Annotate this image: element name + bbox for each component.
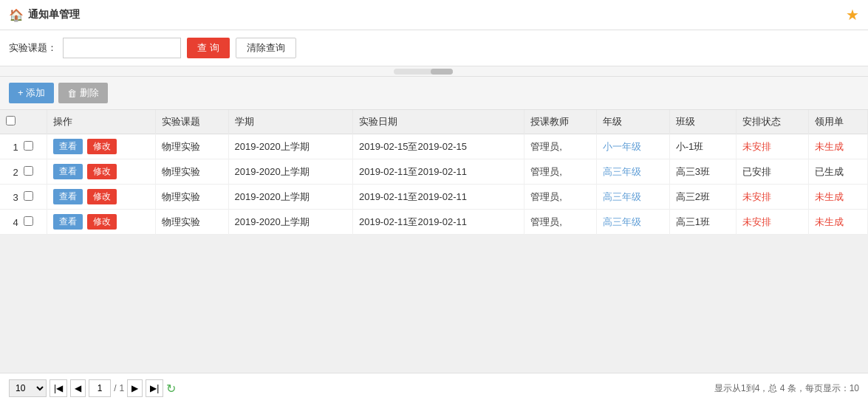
row-checkbox[interactable]	[24, 216, 33, 226]
page-title-text: 通知单管理	[28, 8, 80, 21]
arrange-status-badge: 未安排	[742, 191, 771, 202]
row-grade[interactable]: 高三年级	[597, 159, 669, 185]
row-notice: 未生成	[809, 210, 868, 235]
edit-button[interactable]: 修改	[87, 164, 117, 179]
row-checkbox[interactable]	[24, 166, 33, 176]
row-num-cell: 4	[0, 210, 47, 235]
row-arrange-status: 未安排	[736, 134, 808, 159]
grade-link[interactable]: 高三年级	[603, 216, 641, 227]
horizontal-scrollbar[interactable]	[0, 66, 868, 77]
home-icon: 🏠	[9, 8, 24, 22]
page-title: 🏠 通知单管理	[9, 8, 80, 22]
grade-link[interactable]: 高三年级	[603, 191, 641, 202]
toolbar: + 添加 🗑 删除	[0, 77, 868, 110]
row-teacher: 管理员,	[524, 185, 597, 210]
table-row: 3 查看 修改 物理实验 2019-2020上学期 2019-02-11至201…	[0, 185, 868, 210]
query-button[interactable]: 查 询	[187, 38, 230, 58]
row-teacher: 管理员,	[524, 210, 597, 235]
row-number: 4	[13, 217, 18, 228]
row-class: 高三3班	[669, 159, 736, 185]
header-bar: 🏠 通知单管理 ★	[0, 0, 868, 30]
row-num-cell: 2	[0, 159, 47, 185]
row-checkbox[interactable]	[24, 191, 33, 201]
row-actions: 查看 修改	[47, 159, 156, 185]
row-class: 高三2班	[669, 185, 736, 210]
table-row: 1 查看 修改 物理实验 2019-2020上学期 2019-02-15至201…	[0, 134, 868, 159]
row-notice: 未生成	[809, 185, 868, 210]
row-semester: 2019-2020上学期	[228, 210, 352, 235]
view-button[interactable]: 查看	[53, 189, 83, 204]
row-class: 小-1班	[669, 134, 736, 159]
row-teacher: 管理员,	[524, 134, 597, 159]
row-actions: 查看 修改	[47, 185, 156, 210]
add-button[interactable]: + 添加	[9, 83, 54, 103]
row-arrange-status: 未安排	[736, 210, 808, 235]
col-grade: 年级	[597, 110, 669, 134]
arrange-status-badge: 未安排	[742, 141, 771, 152]
trash-icon: 🗑	[67, 88, 77, 99]
row-semester: 2019-2020上学期	[228, 159, 352, 185]
row-grade[interactable]: 高三年级	[597, 185, 669, 210]
row-number: 2	[13, 167, 18, 178]
table-row: 4 查看 修改 物理实验 2019-2020上学期 2019-02-11至201…	[0, 210, 868, 235]
view-button[interactable]: 查看	[53, 139, 83, 154]
row-subject: 物理实验	[156, 210, 228, 235]
row-date: 2019-02-15至2019-02-15	[352, 134, 524, 159]
row-teacher: 管理员,	[524, 159, 597, 185]
data-table: 操作 实验课题 学期 实验日期 授课教师 年级 班级 安排状态 领用单 1 查看…	[0, 110, 868, 235]
col-actions: 操作	[47, 110, 156, 134]
grade-link[interactable]: 小一年级	[603, 141, 641, 152]
filter-bar: 实验课题： 查 询 清除查询	[0, 30, 868, 66]
table-header: 操作 实验课题 学期 实验日期 授课教师 年级 班级 安排状态 领用单	[0, 110, 868, 134]
row-notice: 未生成	[809, 134, 868, 159]
delete-button[interactable]: 🗑 删除	[58, 83, 108, 103]
row-number: 3	[13, 192, 18, 203]
col-class: 班级	[669, 110, 736, 134]
table-row: 2 查看 修改 物理实验 2019-2020上学期 2019-02-11至201…	[0, 159, 868, 185]
row-semester: 2019-2020上学期	[228, 185, 352, 210]
star-icon[interactable]: ★	[846, 6, 859, 24]
arrange-status-badge: 已安排	[742, 166, 771, 177]
row-checkbox[interactable]	[24, 141, 33, 151]
row-subject: 物理实验	[156, 159, 228, 185]
clear-query-button[interactable]: 清除查询	[236, 38, 296, 58]
row-date: 2019-02-11至2019-02-11	[352, 185, 524, 210]
grade-link[interactable]: 高三年级	[603, 166, 641, 177]
col-subject: 实验课题	[156, 110, 228, 134]
col-semester: 学期	[228, 110, 352, 134]
row-date: 2019-02-11至2019-02-11	[352, 159, 524, 185]
view-button[interactable]: 查看	[53, 214, 83, 230]
main-content: 操作 实验课题 学期 实验日期 授课教师 年级 班级 安排状态 领用单 1 查看…	[0, 110, 868, 235]
notice-badge: 未生成	[815, 216, 844, 227]
select-all-checkbox[interactable]	[6, 116, 16, 125]
row-actions: 查看 修改	[47, 210, 156, 235]
row-notice: 已生成	[809, 159, 868, 185]
row-subject: 物理实验	[156, 134, 228, 159]
row-grade[interactable]: 高三年级	[597, 210, 669, 235]
row-num-cell: 3	[0, 185, 47, 210]
row-date: 2019-02-11至2019-02-11	[352, 210, 524, 235]
edit-button[interactable]: 修改	[87, 139, 117, 154]
scrollbar-track	[394, 69, 453, 75]
edit-button[interactable]: 修改	[87, 189, 117, 204]
scrollbar-thumb	[431, 69, 453, 75]
view-button[interactable]: 查看	[53, 164, 83, 179]
row-actions: 查看 修改	[47, 134, 156, 159]
col-date: 实验日期	[352, 110, 524, 134]
subject-search-input[interactable]	[63, 38, 181, 58]
notice-badge: 已生成	[815, 166, 844, 177]
filter-label: 实验课题：	[9, 41, 57, 55]
table-body: 1 查看 修改 物理实验 2019-2020上学期 2019-02-15至201…	[0, 134, 868, 235]
row-class: 高三1班	[669, 210, 736, 235]
delete-label: 删除	[80, 86, 99, 100]
col-checkbox	[0, 110, 47, 134]
row-grade[interactable]: 小一年级	[597, 134, 669, 159]
notice-badge: 未生成	[815, 141, 844, 152]
row-num-cell: 1	[0, 134, 47, 159]
row-arrange-status: 未安排	[736, 185, 808, 210]
arrange-status-badge: 未安排	[742, 216, 771, 227]
row-arrange-status: 已安排	[736, 159, 808, 185]
col-arrange-status: 安排状态	[736, 110, 808, 134]
row-semester: 2019-2020上学期	[228, 134, 352, 159]
edit-button[interactable]: 修改	[87, 214, 117, 230]
